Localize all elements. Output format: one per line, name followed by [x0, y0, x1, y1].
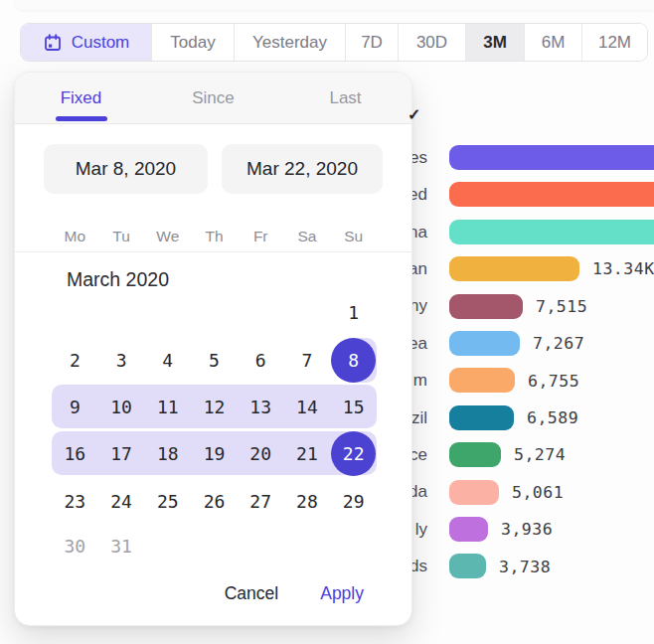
calendar-day-24[interactable]: 24 [98, 479, 145, 523]
selected-day-circle: 8 [331, 338, 376, 383]
calendar-day-3[interactable]: 3 [98, 338, 145, 383]
calendar-day-19[interactable]: 19 [191, 431, 238, 476]
weekday-we: We [144, 222, 191, 251]
range-today-button[interactable]: Today [152, 24, 235, 61]
chart-bar[interactable] [449, 442, 501, 467]
calendar-day-16[interactable]: 16 [52, 431, 98, 476]
calendar-day-15[interactable]: 15 [330, 385, 377, 428]
weekday-th: Th [191, 222, 238, 251]
tab-since-label: Since [192, 88, 235, 108]
calendar-icon [43, 33, 63, 53]
calendar-day-11[interactable]: 11 [144, 385, 191, 428]
popup-actions: Cancel Apply [225, 583, 364, 604]
chart-bar[interactable] [449, 554, 486, 578]
calendar-day-9[interactable]: 9 [52, 385, 98, 428]
chart-bar[interactable] [449, 256, 579, 281]
chart-row-value: 3,936 [501, 511, 553, 548]
calendar-day-empty [330, 524, 377, 567]
weekday-mo: Mo [52, 222, 98, 251]
chart-row-value: 7,515 [536, 288, 587, 325]
datepicker-popup: Fixed Since Last Mar 8, 2020 Mar 22, 202… [14, 72, 412, 626]
chart-bar[interactable] [449, 480, 499, 505]
calendar-day-6[interactable]: 6 [238, 338, 284, 383]
page: Custom Today Yesterday 7D 30D 3M 6M 12M … [0, 0, 654, 644]
calendar-day-14[interactable]: 14 [284, 385, 331, 428]
cancel-button[interactable]: Cancel [225, 583, 278, 604]
selected-day-circle: 22 [331, 431, 376, 476]
calendar-day-empty [238, 290, 284, 334]
chart-bar[interactable] [449, 182, 654, 207]
active-tab-underline [56, 116, 107, 121]
range-7d-button[interactable]: 7D [346, 24, 399, 61]
calendar-day-30[interactable]: 30 [52, 524, 98, 567]
end-date-input[interactable]: Mar 22, 2020 [222, 144, 383, 194]
range-custom-button[interactable]: Custom [21, 24, 152, 61]
chart-bar[interactable] [449, 294, 523, 319]
calendar-day-empty [144, 524, 191, 567]
calendar-day-1[interactable]: 1 [330, 290, 377, 334]
calendar-day-31[interactable]: 31 [98, 524, 145, 567]
calendar-day-18[interactable]: 18 [144, 431, 191, 476]
tab-fixed-label: Fixed [61, 88, 102, 108]
weekday-su: Su [330, 222, 377, 251]
calendar-week: 1 [52, 290, 377, 334]
calendar-day-2[interactable]: 2 [52, 338, 98, 383]
range-custom-label: Custom [72, 33, 130, 53]
calendar-day-21[interactable]: 21 [284, 431, 331, 476]
calendar-day-10[interactable]: 10 [98, 385, 145, 428]
chart-bar[interactable] [449, 517, 488, 542]
calendar-day-29[interactable]: 29 [330, 479, 377, 523]
calendar-day-empty [284, 290, 331, 334]
tab-last-label: Last [329, 88, 361, 108]
calendar-day-28[interactable]: 28 [284, 479, 331, 523]
chart-bar[interactable] [449, 331, 520, 356]
calendar-day-empty [238, 524, 284, 567]
tab-fixed[interactable]: Fixed [15, 73, 147, 123]
chart-row-value: 7,267 [533, 325, 584, 362]
weekday-fr: Fr [238, 222, 284, 251]
datepicker-tabs: Fixed Since Last [15, 73, 411, 124]
weekday-sa: Sa [284, 222, 331, 251]
calendar-day-27[interactable]: 27 [238, 479, 284, 523]
calendar-week: 3031 [52, 524, 377, 567]
weekday-header: Mo Tu We Th Fr Sa Su [52, 222, 377, 251]
range-30d-button[interactable]: 30D [399, 24, 466, 61]
chart-bar[interactable] [449, 220, 654, 244]
tab-last[interactable]: Last [279, 73, 411, 123]
calendar-week: 23242526272829 [52, 479, 377, 523]
calendar-day-13[interactable]: 13 [238, 385, 284, 428]
calendar-day-20[interactable]: 20 [238, 431, 284, 476]
calendar-day-empty [284, 524, 331, 567]
calendar-day-7[interactable]: 7 [284, 338, 331, 383]
calendar-day-4[interactable]: 4 [144, 338, 191, 383]
calendar-week: 9101112131415 [52, 385, 377, 428]
calendar-day-25[interactable]: 25 [144, 479, 191, 523]
calendar-day-empty [52, 290, 98, 334]
range-yesterday-button[interactable]: Yesterday [235, 24, 346, 61]
calendar-day-empty [144, 290, 191, 334]
tab-since[interactable]: Since [147, 73, 279, 123]
chart-row-value: 3,738 [499, 548, 551, 584]
chart-row-value: 6,589 [527, 400, 578, 436]
chart-bar[interactable] [449, 145, 654, 170]
chart-bar[interactable] [449, 405, 514, 430]
range-3m-button[interactable]: 3M [466, 24, 525, 61]
range-6m-button[interactable]: 6M [525, 24, 582, 61]
apply-button[interactable]: Apply [320, 583, 364, 604]
calendar-day-23[interactable]: 23 [52, 479, 98, 523]
calendar-day-5[interactable]: 5 [191, 338, 238, 383]
date-range-selector: Custom Today Yesterday 7D 30D 3M 6M 12M [20, 23, 648, 62]
weekday-tu: Tu [98, 222, 145, 251]
start-date-input[interactable]: Mar 8, 2020 [44, 144, 208, 194]
calendar-day-26[interactable]: 26 [191, 479, 238, 523]
top-card-edge [14, 0, 654, 10]
range-12m-button[interactable]: 12M [582, 24, 647, 61]
calendar-day-22[interactable]: 22 [330, 431, 377, 476]
chart-row-value: 5,274 [514, 436, 566, 473]
calendar-day-12[interactable]: 12 [191, 385, 238, 428]
calendar-day-8[interactable]: 8 [330, 338, 377, 383]
chart-row-value: 13.34K [592, 250, 654, 287]
chart-row-value: 5,061 [512, 474, 564, 511]
chart-bar[interactable] [449, 368, 515, 393]
calendar-day-17[interactable]: 17 [98, 431, 145, 476]
